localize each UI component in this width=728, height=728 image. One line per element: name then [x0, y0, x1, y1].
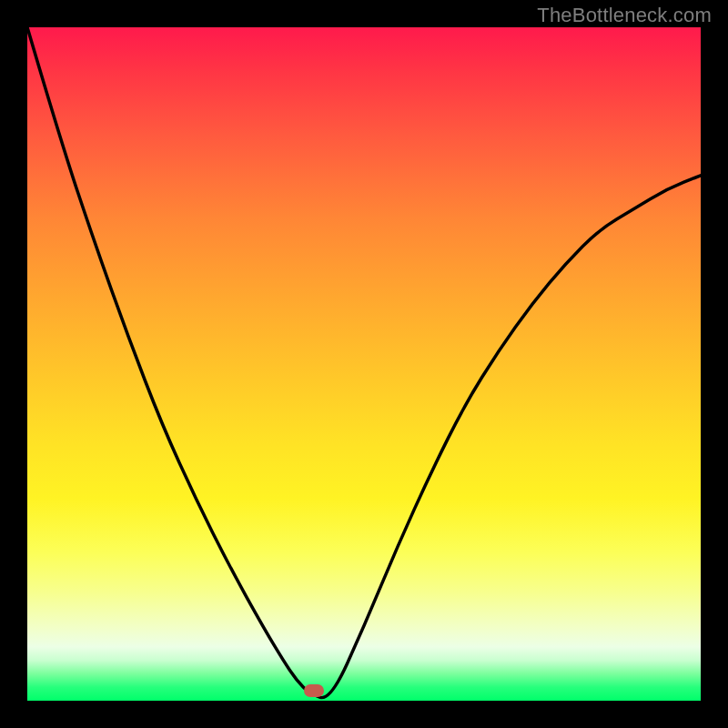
- optimum-marker: [304, 684, 324, 697]
- watermark-text: TheBottleneck.com: [537, 4, 712, 27]
- chart-frame: TheBottleneck.com: [0, 0, 728, 728]
- plot-area: [27, 27, 701, 701]
- bottleneck-curve: [27, 27, 701, 701]
